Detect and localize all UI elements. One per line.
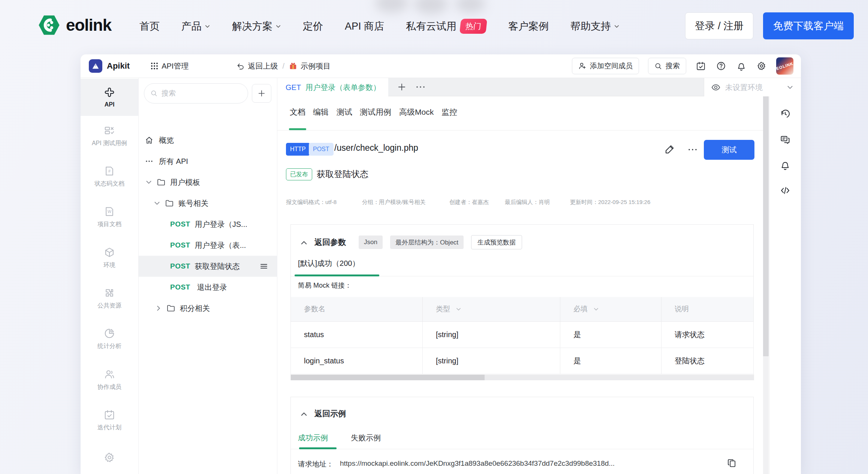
tree-search[interactable] bbox=[144, 83, 248, 104]
notifications-icon[interactable] bbox=[780, 159, 791, 171]
tab-monitor[interactable]: 监控 bbox=[441, 107, 457, 117]
search-icon bbox=[150, 90, 158, 97]
new-tab-button[interactable] bbox=[397, 82, 407, 92]
apikit-logo-icon[interactable] bbox=[89, 59, 102, 73]
global-search-button[interactable]: 搜索 bbox=[648, 58, 686, 74]
environment-selector[interactable]: 未设置环境 bbox=[704, 78, 801, 97]
scrollbar-thumb[interactable] bbox=[291, 375, 485, 380]
rail-item-statistics[interactable]: 统计分析 bbox=[81, 319, 138, 359]
login-register-button[interactable]: 登录 / 注册 bbox=[685, 12, 753, 39]
history-icon[interactable] bbox=[780, 108, 791, 120]
brand-name: eolink bbox=[66, 16, 111, 34]
rail-item-shared-resources[interactable]: 公共资源 bbox=[81, 278, 138, 319]
main-vertical-scrollbar[interactable] bbox=[763, 96, 769, 474]
nav-item-home[interactable]: 首页 bbox=[139, 20, 160, 33]
table-horizontal-scrollbar[interactable] bbox=[291, 375, 754, 380]
open-file-tab[interactable]: GET 用户登录（表单参数） bbox=[277, 78, 388, 97]
response-status-tab[interactable]: [默认]成功（200） bbox=[298, 258, 359, 268]
nav-item-api-store[interactable]: API 商店 bbox=[345, 20, 384, 33]
copy-icon[interactable] bbox=[727, 458, 737, 468]
tree-item-overview[interactable]: 概览 bbox=[139, 130, 277, 151]
generate-preview-button[interactable]: 生成预览数据 bbox=[471, 235, 522, 249]
api-more-button[interactable] bbox=[688, 148, 697, 152]
request-url: https://mockapi.eolink.com/JeKDnxg3f1a89… bbox=[340, 459, 615, 468]
table-row[interactable]: login_status [string] 是 登陆状态 bbox=[291, 348, 754, 374]
code-icon[interactable] bbox=[780, 185, 791, 196]
tab-test-cases[interactable]: 测试用例 bbox=[360, 107, 391, 117]
response-example-card: 返回示例 成功示例 失败示例 请求地址： https://mockapi.eol… bbox=[290, 397, 754, 474]
tree-api-logout[interactable]: POST退出登录 bbox=[139, 277, 277, 298]
col-required[interactable]: 必填 bbox=[560, 297, 661, 321]
tab-more-button[interactable] bbox=[415, 84, 426, 90]
nav-item-help[interactable]: 帮助支持 bbox=[570, 20, 620, 33]
comments-icon[interactable] bbox=[780, 134, 791, 145]
back-to-parent[interactable]: 返回上级 bbox=[236, 61, 278, 71]
rail-item-status-codes[interactable]: # 状态码文档 bbox=[81, 156, 138, 197]
rail-item-project-settings[interactable] bbox=[81, 441, 138, 474]
chevron-down-icon bbox=[593, 306, 599, 312]
eolink-logo-icon bbox=[37, 14, 61, 37]
rail-item-test-cases[interactable]: API 测试用例 bbox=[81, 116, 138, 156]
product-name: Apikit bbox=[107, 61, 130, 71]
request-url-label: 请求地址： bbox=[298, 459, 334, 469]
iteration-calendar-icon bbox=[104, 409, 115, 420]
tab-advanced-mock[interactable]: 高级Mock bbox=[399, 107, 434, 117]
rail-item-project-docs[interactable]: W 项目文档 bbox=[81, 197, 138, 237]
tree-api-login-json[interactable]: POST用户登录（JS... bbox=[139, 214, 277, 235]
rail-item-iteration-plan[interactable]: 迭代计划 bbox=[81, 400, 138, 441]
response-params-card: 返回参数 Json 最外层结构为：Object 生成预览数据 [默认]成功（20… bbox=[290, 224, 754, 380]
tab-edit[interactable]: 编辑 bbox=[313, 107, 329, 117]
rail-item-api[interactable]: API bbox=[81, 79, 138, 116]
tree-api-login-form[interactable]: POST用户登录（表... bbox=[139, 235, 277, 256]
chevron-down-icon bbox=[456, 306, 461, 312]
tab-success-example[interactable]: 成功示例 bbox=[298, 433, 328, 443]
add-api-button[interactable] bbox=[252, 84, 271, 103]
tree-api-check-login[interactable]: POST获取登陆状态 bbox=[139, 256, 277, 277]
col-param-name[interactable]: 参数名 bbox=[291, 297, 423, 321]
meta-updated: 更新时间：2022-09-25 15:19:26 bbox=[570, 199, 650, 206]
calendar-icon[interactable] bbox=[695, 60, 706, 72]
dots-icon bbox=[145, 157, 154, 166]
eolink-logo[interactable]: eolink bbox=[37, 14, 111, 37]
col-type[interactable]: 类型 bbox=[423, 297, 560, 321]
folder-icon bbox=[166, 304, 175, 313]
tree-folder-user-template[interactable]: 用户模板 bbox=[139, 172, 277, 193]
app-switcher[interactable]: API管理 bbox=[151, 61, 189, 71]
nav-item-solutions[interactable]: 解决方案 bbox=[232, 20, 281, 33]
test-case-icon bbox=[104, 125, 115, 136]
breadcrumb-project[interactable]: 示例项目 bbox=[289, 61, 331, 71]
collapse-icon[interactable] bbox=[300, 411, 308, 418]
settings-icon[interactable] bbox=[756, 60, 767, 72]
nav-item-products[interactable]: 产品 bbox=[181, 20, 210, 33]
help-icon[interactable] bbox=[715, 60, 727, 72]
nav-item-private-cloud[interactable]: 私有云试用 热门 bbox=[406, 19, 486, 34]
scrollbar-thumb[interactable] bbox=[763, 96, 769, 356]
meta-encoding: 报文编码格式：utf-8 bbox=[286, 199, 337, 206]
rail-item-members[interactable]: 协作成员 bbox=[81, 360, 138, 400]
add-space-member-button[interactable]: 添加空间成员 bbox=[572, 58, 639, 74]
plus-icon bbox=[257, 89, 266, 98]
row-menu-icon[interactable] bbox=[259, 262, 268, 271]
publish-status-badge: 已发布 bbox=[286, 168, 312, 180]
notifications-icon[interactable] bbox=[736, 60, 747, 72]
folder-icon bbox=[157, 178, 166, 187]
nav-item-customers[interactable]: 客户案例 bbox=[508, 20, 549, 33]
tab-fail-example[interactable]: 失败示例 bbox=[351, 433, 381, 443]
edit-icon[interactable] bbox=[664, 144, 675, 155]
tab-test[interactable]: 测试 bbox=[337, 107, 352, 117]
col-description[interactable]: 说明 bbox=[661, 297, 754, 321]
user-avatar[interactable]: EOLINK bbox=[776, 57, 793, 75]
collapse-icon[interactable] bbox=[300, 239, 308, 247]
download-client-button[interactable]: 免费下载客户端 bbox=[763, 12, 854, 39]
tree-folder-points[interactable]: 积分相关 bbox=[139, 298, 277, 319]
table-row[interactable]: status [string] 是 请求状态 bbox=[291, 321, 754, 348]
tree-folder-account[interactable]: 账号相关 bbox=[139, 193, 277, 214]
format-badge: Json bbox=[359, 236, 383, 249]
test-button[interactable]: 测试 bbox=[704, 140, 754, 160]
tree-item-all-api[interactable]: 所有 API bbox=[139, 151, 277, 172]
nav-item-pricing[interactable]: 定价 bbox=[303, 20, 323, 33]
rail-item-environment[interactable]: 环境 bbox=[81, 238, 138, 278]
top-nav-items: 首页 产品 解决方案 定价 API 商店 私有云试用 热门 客户案例 帮助支持 bbox=[139, 0, 620, 52]
tree-search-input[interactable] bbox=[162, 89, 236, 98]
tab-document[interactable]: 文档 bbox=[290, 107, 305, 117]
